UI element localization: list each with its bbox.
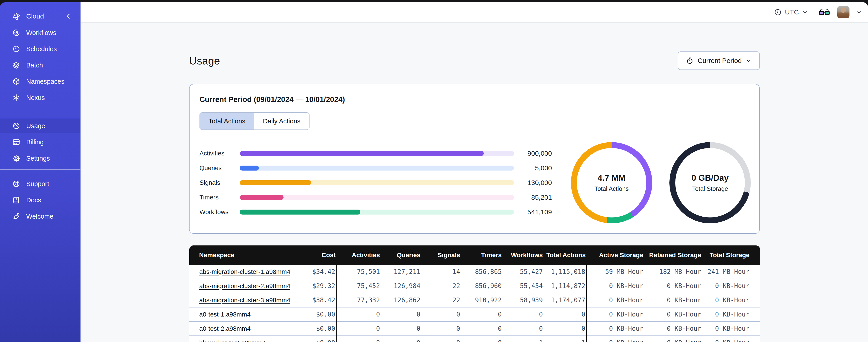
cell-cost: $34.42 — [296, 265, 337, 279]
sidebar-nav-account: UsageBillingSettings — [0, 119, 81, 168]
column-header-retained-storage: Retained Storage — [644, 245, 702, 265]
cell-retained-storage: 0 KB-Hour — [644, 321, 702, 336]
period-selector-button[interactable]: Current Period — [678, 52, 760, 70]
period-selector-label: Current Period — [698, 57, 742, 65]
cell-queries: 0 — [381, 307, 421, 321]
cell-active-storage: 0 KB-Hour — [587, 321, 644, 336]
sidebar-item-namespaces[interactable]: Namespaces — [0, 74, 81, 89]
cell-workflows: 58,939 — [503, 293, 544, 307]
total-storage-donut: 0 GB/Day Total Storage — [670, 142, 751, 223]
bar-label: Timers — [199, 194, 240, 201]
cell-activities: 0 — [337, 307, 381, 321]
cell-retained-storage: 0 KB-Hour — [644, 336, 702, 342]
cell-signals: 22 — [421, 293, 461, 307]
tab-daily-actions[interactable]: Daily Actions — [254, 113, 309, 130]
sidebar-item-schedules[interactable]: Schedules — [0, 42, 81, 56]
cell-workflows: 55,454 — [503, 279, 544, 293]
usage-summary-card: Current Period (09/01/2024 — 10/01/2024)… — [189, 84, 760, 234]
cell-namespace: abs-migration-cluster-3.a98mm4 — [189, 293, 296, 307]
sidebar-item-billing[interactable]: Billing — [0, 135, 81, 149]
cell-total-storage: 0 KB-Hour — [702, 336, 760, 342]
bar-track — [240, 180, 514, 185]
sidebar-item-welcome[interactable]: Welcome — [0, 209, 81, 223]
sidebar-item-docs[interactable]: Docs — [0, 193, 81, 207]
cell-namespace: bk-worker-test.a98mm4 — [189, 336, 296, 342]
tab-total-actions[interactable]: Total Actions — [200, 113, 254, 130]
sidebar-item-support[interactable]: Support — [0, 177, 81, 191]
column-header-total-actions: Total Actions — [544, 245, 587, 265]
page-header: Usage Current Period — [189, 52, 760, 70]
cell-queries: 127,211 — [381, 265, 421, 279]
bar-fill — [240, 166, 259, 171]
namespace-link[interactable]: abs-migration-cluster-1.a98mm4 — [199, 268, 290, 275]
cell-active-storage: 0 KB-Hour — [587, 293, 644, 307]
user-menu-chevron-icon[interactable] — [856, 9, 862, 15]
card-title: Current Period (09/01/2024 — 10/01/2024) — [199, 95, 748, 104]
sidebar-item-settings[interactable]: Settings — [0, 151, 81, 165]
namespaces-icon — [12, 77, 20, 86]
cell-workflows: 0 — [503, 307, 544, 321]
timezone-label: UTC — [785, 8, 799, 16]
cell-total-storage: 0 KB-Hour — [702, 293, 760, 307]
cell-total-storage: 0 KB-Hour — [702, 321, 760, 336]
glasses-icon — [818, 8, 831, 17]
brand-label: Cloud — [26, 12, 44, 20]
sidebar-item-nexus[interactable]: Nexus — [0, 91, 81, 105]
sidebar-brand: Cloud — [0, 9, 81, 24]
bar-value: 85,201 — [514, 194, 552, 201]
sidebar-item-label: Batch — [26, 62, 43, 69]
bar-track — [240, 210, 514, 214]
usage-bar-row-workflows: Workflows541,109 — [199, 205, 552, 219]
main-area: UTC Usage Current Period Current Period … — [81, 2, 868, 342]
column-header-activities: Activities — [337, 245, 381, 265]
bar-label: Signals — [199, 179, 240, 186]
bar-value: 130,000 — [514, 179, 552, 186]
cell-total-actions: 0 — [544, 307, 587, 321]
workflows-icon — [12, 29, 20, 37]
sidebar-item-usage[interactable]: Usage — [0, 119, 81, 133]
namespace-link[interactable]: bk-worker-test.a98mm4 — [199, 339, 266, 342]
cell-activities: 75,452 — [337, 279, 381, 293]
namespace-link[interactable]: a0-test-2.a98mm4 — [199, 325, 251, 332]
page-title: Usage — [189, 55, 220, 67]
sidebar: Cloud WorkflowsSchedulesBatchNamespacesN… — [0, 2, 81, 342]
cell-total-actions: 0 — [544, 321, 587, 336]
cell-total-storage: 0 KB-Hour — [702, 279, 760, 293]
cell-namespace: abs-migration-cluster-1.a98mm4 — [189, 265, 296, 279]
feedback-glasses-button[interactable] — [818, 8, 831, 17]
bar-fill — [240, 151, 484, 156]
cell-cost: $0.00 — [296, 336, 337, 342]
cell-timers: 0 — [461, 336, 503, 342]
table-row: a0-test-1.a98mm4$0.000000000 KB-Hour0 KB… — [189, 307, 760, 321]
namespace-link[interactable]: a0-test-1.a98mm4 — [199, 311, 251, 318]
user-avatar[interactable] — [837, 6, 849, 18]
table-row: bk-worker-test.a98mm4$0.000000110 KB-Hou… — [189, 336, 760, 342]
nexus-icon — [12, 94, 20, 102]
namespace-link[interactable]: abs-migration-cluster-2.a98mm4 — [199, 282, 290, 289]
cell-signals: 0 — [421, 336, 461, 342]
cell-total-actions: 1,174,077 — [544, 293, 587, 307]
charts-row: Activities900,000Queries5,000Signals130,… — [199, 142, 748, 223]
cell-total-storage: 0 KB-Hour — [702, 307, 760, 321]
cell-retained-storage: 0 KB-Hour — [644, 293, 702, 307]
cell-total-actions: 1,115,018 — [544, 265, 587, 279]
cell-active-storage: 0 KB-Hour — [587, 336, 644, 342]
sidebar-item-label: Usage — [26, 122, 45, 130]
table-row: abs-migration-cluster-1.a98mm4$34.4275,5… — [189, 265, 760, 279]
cell-total-storage: 241 MB-Hour — [702, 265, 760, 279]
namespace-link[interactable]: abs-migration-cluster-3.a98mm4 — [199, 297, 290, 304]
cell-timers: 0 — [461, 321, 503, 336]
total-storage-caption: Total Storage — [692, 185, 728, 193]
cell-signals: 22 — [421, 279, 461, 293]
cell-workflows: 1 — [503, 336, 544, 342]
sidebar-item-batch[interactable]: Batch — [0, 58, 81, 72]
timezone-selector[interactable]: UTC — [774, 8, 808, 16]
sidebar-item-workflows[interactable]: Workflows — [0, 26, 81, 40]
actions-tab-group: Total Actions Daily Actions — [199, 112, 310, 130]
usage-bar-row-timers: Timers85,201 — [199, 190, 552, 205]
cell-cost: $0.00 — [296, 307, 337, 321]
sidebar-collapse-button[interactable] — [65, 12, 72, 20]
sidebar-item-label: Workflows — [26, 29, 56, 37]
bar-label: Workflows — [199, 208, 240, 216]
temporal-cloud-icon — [12, 12, 20, 20]
